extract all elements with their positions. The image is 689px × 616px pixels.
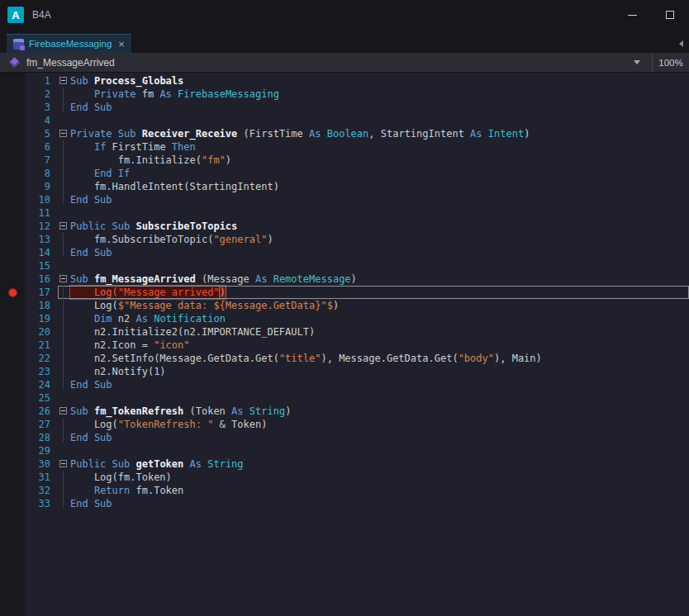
code-line[interactable]: 19 Dim n2 As Notification [0,312,689,325]
maximize-button[interactable] [651,0,689,30]
code-line[interactable]: 14End Sub [0,246,689,259]
code-text[interactable]: End Sub [70,246,689,259]
breakpoint-margin[interactable] [0,127,25,140]
code-line[interactable]: 12Public Sub SubscribeToTopics [0,220,689,233]
fold-toggle-icon[interactable] [58,405,70,418]
code-text[interactable]: End Sub [70,101,689,114]
code-text[interactable]: End If [70,167,689,180]
breakpoint-margin[interactable] [0,74,25,88]
code-text[interactable]: Sub fm_MessageArrived (Message As Remote… [70,272,689,286]
breakpoint-margin[interactable] [0,154,25,167]
code-text[interactable]: Log("TokenRefresh: " & Token) [70,418,689,431]
breakpoint-margin[interactable] [0,246,25,259]
code-line[interactable]: 18 Log($"Message data: ${Message.GetData… [0,299,689,312]
code-text[interactable] [70,114,689,127]
code-text[interactable] [70,444,689,457]
code-text[interactable]: Sub Process_Globals [70,74,689,88]
breakpoint-margin[interactable] [0,299,25,312]
code-line[interactable]: 27 Log("TokenRefresh: " & Token) [0,418,689,431]
breakpoint-margin[interactable] [0,471,25,484]
breakpoint-margin[interactable] [0,101,25,114]
fold-toggle-icon[interactable] [58,457,70,471]
code-text[interactable] [70,391,689,405]
code-line[interactable]: 17 Log("Message arrived") [0,286,689,299]
breakpoint-margin[interactable] [0,180,25,193]
breakpoint-margin[interactable] [0,167,25,180]
breakpoint-margin[interactable] [0,431,25,444]
code-line[interactable]: 1Sub Process_Globals [0,74,689,88]
breakpoint-margin[interactable] [0,352,25,365]
code-text[interactable]: n2.Initialize2(n2.IMPORTANCE_DEFAULT) [70,325,689,339]
fold-toggle-icon[interactable] [58,220,70,233]
code-text[interactable]: Dim n2 As Notification [70,312,689,325]
code-line[interactable]: 30Public Sub getToken As String [0,457,689,471]
breakpoint-margin[interactable] [0,405,25,418]
code-line[interactable]: 13 fm.SubscribeToTopic("general") [0,233,689,246]
fold-toggle-icon[interactable] [58,127,70,140]
breakpoint-margin[interactable] [0,325,25,339]
breakpoint-margin[interactable] [0,259,25,272]
code-text[interactable] [70,259,689,272]
code-text[interactable]: Log($"Message data: ${Message.GetData}"$… [70,299,689,312]
code-text[interactable]: Log("Message arrived") [70,286,689,299]
code-line[interactable]: 29 [0,444,689,457]
code-line[interactable]: 32 Return fm.Token [0,484,689,497]
code-text[interactable]: fm.SubscribeToTopic("general") [70,233,689,246]
code-line[interactable]: 16Sub fm_MessageArrived (Message As Remo… [0,272,689,286]
fold-toggle-icon[interactable] [58,74,70,88]
code-editor[interactable]: 1Sub Process_Globals2 Private fm As Fire… [0,73,689,616]
code-text[interactable]: Log(fm.Token) [70,471,689,484]
breakpoint-margin[interactable] [0,484,25,497]
code-line[interactable]: 20 n2.Initialize2(n2.IMPORTANCE_DEFAULT) [0,325,689,339]
chevron-down-icon[interactable] [634,60,640,64]
breakpoint-margin[interactable] [0,140,25,154]
zoom-level[interactable]: 100% [653,58,689,68]
code-text[interactable]: n2.Notify(1) [70,365,689,378]
code-text[interactable]: Sub fm_TokenRefresh (Token As String) [70,405,689,418]
breakpoint-margin[interactable] [0,114,25,127]
breakpoint-margin[interactable] [0,497,25,510]
breakpoint-margin[interactable] [0,391,25,405]
code-text[interactable]: Private fm As FirebaseMessaging [70,88,689,101]
breakpoint-margin[interactable] [0,193,25,206]
code-line[interactable]: 4 [0,114,689,127]
code-line[interactable]: 24End Sub [0,378,689,391]
tab-firebasemessaging[interactable]: FirebaseMessaging × [7,34,131,53]
member-dropdown[interactable]: fm_MessageArrived [26,57,115,69]
tab-scroll-left-icon[interactable] [679,40,683,47]
code-line[interactable]: 33End Sub [0,497,689,510]
code-text[interactable]: Public Sub SubscribeToTopics [70,220,689,233]
code-text[interactable]: If FirstTime Then [70,140,689,154]
breakpoint-margin[interactable] [0,220,25,233]
code-line[interactable]: 31 Log(fm.Token) [0,471,689,484]
breakpoint-margin[interactable] [0,418,25,431]
breakpoint-margin[interactable] [0,365,25,378]
code-line[interactable]: 2 Private fm As FirebaseMessaging [0,88,689,101]
code-line[interactable]: 3End Sub [0,101,689,114]
breakpoint-margin[interactable] [0,378,25,391]
code-line[interactable]: 15 [0,259,689,272]
code-text[interactable]: End Sub [70,378,689,391]
code-line[interactable]: 7 fm.Initialize("fm") [0,154,689,167]
code-line[interactable]: 23 n2.Notify(1) [0,365,689,378]
code-line[interactable]: 21 n2.Icon = "icon" [0,339,689,352]
breakpoint-margin[interactable] [0,286,25,299]
code-text[interactable]: fm.Initialize("fm") [70,154,689,167]
code-text[interactable]: n2.SetInfo(Message.GetData.Get("title"),… [70,352,689,365]
breakpoint-margin[interactable] [0,206,25,220]
code-text[interactable]: n2.Icon = "icon" [70,339,689,352]
code-text[interactable]: Return fm.Token [70,484,689,497]
code-text[interactable]: fm.HandleIntent(StartingIntent) [70,180,689,193]
breakpoint-icon[interactable] [8,288,17,297]
code-text[interactable]: End Sub [70,193,689,206]
breakpoint-margin[interactable] [0,88,25,101]
breakpoint-margin[interactable] [0,457,25,471]
breakpoint-margin[interactable] [0,272,25,286]
code-text[interactable]: Private Sub Receiver_Receive (FirstTime … [70,127,689,140]
minimize-button[interactable] [613,0,651,30]
code-line[interactable]: 6 If FirstTime Then [0,140,689,154]
code-line[interactable]: 25 [0,391,689,405]
code-line[interactable]: 26Sub fm_TokenRefresh (Token As String) [0,405,689,418]
breakpoint-margin[interactable] [0,444,25,457]
code-line[interactable]: 10End Sub [0,193,689,206]
